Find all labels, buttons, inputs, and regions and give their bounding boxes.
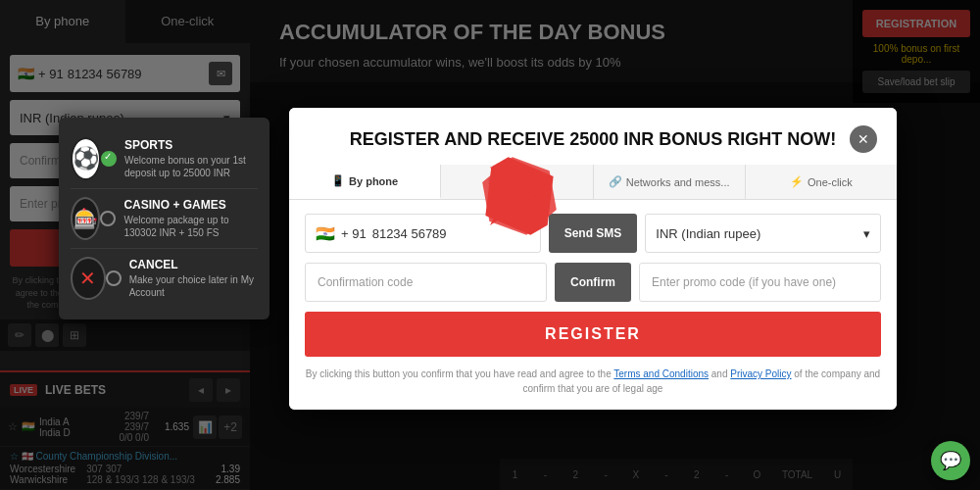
- confirmation-code-placeholder: Confirmation code: [318, 275, 413, 289]
- close-icon: ✕: [858, 131, 869, 147]
- close-button[interactable]: ✕: [850, 125, 877, 153]
- modal-tab-phone[interactable]: 📱 By phone: [289, 165, 441, 199]
- modal-tab-email[interactable]: ✉ By e-mail: [441, 165, 593, 199]
- modal-phone-code: + 91: [341, 226, 367, 241]
- terms-link[interactable]: Terms and Conditions: [613, 368, 709, 379]
- sports-label: SPORTS: [124, 138, 258, 152]
- send-sms-button[interactable]: Send SMS: [549, 214, 638, 253]
- oneclick-tab-label: One-click: [808, 176, 853, 188]
- modal-register-button[interactable]: REGISTER: [305, 312, 881, 357]
- phone-tab-icon: 📱: [331, 174, 345, 187]
- bolt-tab-icon: ⚡: [790, 175, 804, 188]
- networks-tab-label: Networks and mess...: [626, 176, 730, 188]
- bonus-popup: ⚽ SPORTS Welcome bonus on your 1st depos…: [59, 118, 270, 319]
- cancel-desc: Make your choice later in My Account: [129, 273, 258, 299]
- bonus-option-cancel[interactable]: ✕ CANCEL Make your choice later in My Ac…: [71, 249, 258, 308]
- promo-code-input[interactable]: Enter promo code (if you have one): [639, 263, 881, 302]
- main-modal: REGISTER AND RECEIVE 25000 INR BONUS RIG…: [289, 108, 897, 410]
- modal-register-label: REGISTER: [545, 325, 641, 343]
- confirm-button[interactable]: Confirm: [555, 263, 631, 302]
- currency-select[interactable]: INR (Indian rupee) ▾: [645, 214, 881, 253]
- modal-body: 🇮🇳 + 91 81234 56789 Send SMS INR (Indian…: [289, 200, 897, 410]
- email-tab-icon: ✉: [488, 175, 497, 188]
- chat-icon: 💬: [940, 450, 961, 471]
- cancel-icon: ✕: [71, 257, 106, 300]
- sports-bonus-text: SPORTS Welcome bonus on your 1st deposit…: [124, 138, 258, 179]
- phone-tab-label: By phone: [349, 175, 398, 187]
- privacy-link[interactable]: Privacy Policy: [730, 368, 791, 379]
- send-sms-label: Send SMS: [564, 226, 622, 240]
- casino-label: CASINO + GAMES: [123, 198, 258, 212]
- cancel-bonus-text: CANCEL Make your choice later in My Acco…: [129, 258, 258, 299]
- promo-code-placeholder: Enter promo code (if you have one): [652, 275, 836, 289]
- confirmation-code-input[interactable]: Confirmation code: [305, 263, 547, 302]
- casino-desc: Welcome package up to 130302 INR + 150 F…: [123, 214, 258, 239]
- bonus-option-casino[interactable]: 🎰 CASINO + GAMES Welcome package up to 1…: [71, 189, 258, 249]
- bonus-option-sports[interactable]: ⚽ SPORTS Welcome bonus on your 1st depos…: [71, 129, 258, 189]
- chat-button[interactable]: 💬: [931, 441, 970, 480]
- networks-tab-icon: 🔗: [609, 175, 622, 188]
- email-tab-label: By e-mail: [501, 176, 546, 188]
- football-icon: ⚽: [71, 137, 101, 180]
- modal-tab-networks[interactable]: 🔗 Networks and mess...: [594, 165, 746, 199]
- modal-tab-oneclick[interactable]: ⚡ One-click: [746, 165, 897, 199]
- modal-tabs: 📱 By phone ✉ By e-mail 🔗 Networks and me…: [289, 165, 897, 200]
- casino-bonus-text: CASINO + GAMES Welcome package up to 130…: [123, 198, 258, 239]
- confirm-label: Confirm: [570, 275, 615, 289]
- modal-confirm-row: Confirmation code Confirm Enter promo co…: [305, 263, 881, 302]
- sports-radio[interactable]: [101, 151, 117, 167]
- currency-chevron-icon: ▾: [863, 226, 870, 241]
- terms-and: and: [711, 368, 728, 379]
- modal-phone-number: 81234 56789: [372, 226, 447, 241]
- sports-desc: Welcome bonus on your 1st deposit up to …: [124, 154, 258, 179]
- modal-phone-row: 🇮🇳 + 91 81234 56789 Send SMS INR (Indian…: [305, 214, 881, 253]
- cancel-radio[interactable]: [106, 270, 122, 286]
- casino-radio[interactable]: [100, 211, 116, 226]
- casino-icon: 🎰: [71, 197, 100, 240]
- modal-terms: By clicking this button you confirm that…: [305, 367, 881, 396]
- cancel-label: CANCEL: [129, 258, 258, 271]
- modal-header: REGISTER AND RECEIVE 25000 INR BONUS RIG…: [289, 108, 897, 165]
- modal-phone-input[interactable]: 🇮🇳 + 91 81234 56789: [305, 214, 541, 253]
- currency-value: INR (Indian rupee): [656, 226, 760, 241]
- modal-phone-flag: 🇮🇳: [316, 224, 335, 243]
- modal-title: REGISTER AND RECEIVE 25000 INR BONUS RIG…: [336, 129, 850, 150]
- modal-overlay: ⚽ SPORTS Welcome bonus on your 1st depos…: [0, 0, 980, 490]
- terms-prefix: By clicking this button you confirm that…: [306, 368, 612, 379]
